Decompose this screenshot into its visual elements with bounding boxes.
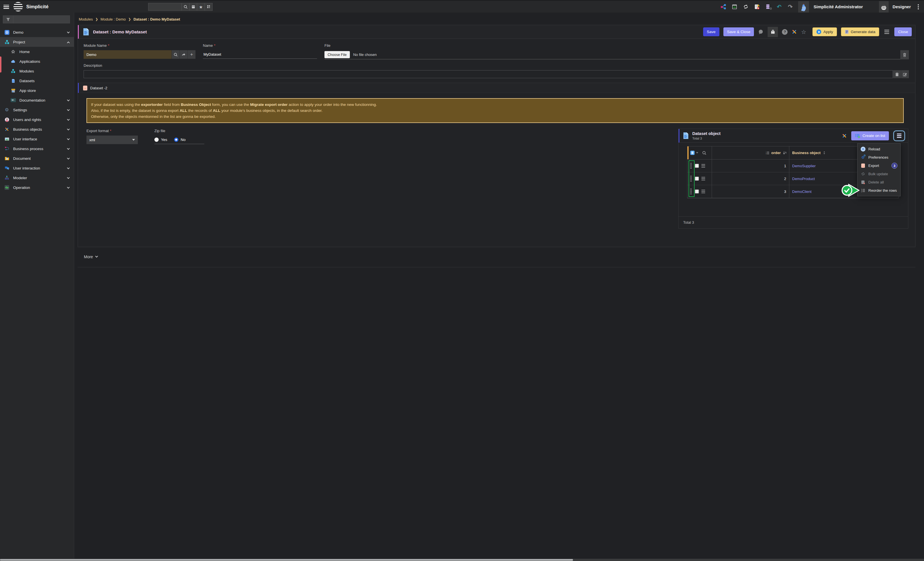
sidebar-item-label: Settings (13, 108, 27, 112)
more-button[interactable]: More (84, 255, 98, 259)
module-name-field: Module Name* + (84, 44, 195, 59)
pulse-icon (4, 185, 10, 190)
forward-arrow-icon (182, 52, 186, 57)
file-label: File (324, 44, 330, 48)
zip-no-label: No (181, 138, 186, 142)
cloud-icon (10, 59, 16, 64)
sidebar-item-applications[interactable]: Applications (0, 57, 74, 66)
sidebar-item-label: Business objects (13, 127, 42, 132)
filter-button[interactable] (3, 15, 13, 23)
page-title: Dataset : Demo MyDataset (93, 29, 147, 34)
module-search-button[interactable] (171, 50, 180, 59)
process-icon (4, 146, 10, 151)
sidebar-item-modules[interactable]: Modules (0, 66, 74, 76)
sidebar: Demo Project Home Applications Modules D… (0, 12, 74, 280)
topbar-search-group: ★ (148, 3, 213, 10)
export-format-value: xml (89, 138, 95, 142)
shortcut-card-button[interactable] (189, 3, 197, 10)
chevron-down-icon (67, 128, 70, 130)
zip-yes-radio[interactable]: Yes (154, 138, 167, 142)
description-input[interactable] (84, 70, 462, 78)
search-icon (174, 52, 178, 57)
sidebar-item-project[interactable]: Project (0, 37, 74, 47)
search-button[interactable] (182, 3, 189, 10)
sidebar-item-label: Modeler (13, 176, 27, 180)
module-name-input[interactable] (84, 50, 171, 59)
description-label: Description (84, 63, 102, 68)
brand-title: Simplicité (26, 4, 48, 9)
required-marker: * (110, 129, 111, 133)
required-marker: * (108, 44, 109, 48)
sidebar-item-users-and-rights[interactable]: Users and rights (0, 115, 74, 124)
tools-icon (4, 127, 10, 132)
sidebar-item-business-process[interactable]: Business process (0, 144, 74, 153)
name-input[interactable] (203, 50, 317, 58)
required-marker: * (214, 44, 216, 48)
chevron-down-icon (67, 186, 70, 189)
sidebar-item-label: Demo (13, 30, 23, 34)
home-icon (10, 50, 16, 54)
zip-no-radio[interactable]: No (174, 138, 186, 142)
hamburger-menu-icon[interactable] (3, 5, 9, 9)
module-add-button[interactable]: + (188, 50, 195, 59)
chevron-down-icon (132, 139, 135, 141)
breadcrumb-separator: ❯ (95, 17, 98, 21)
sidebar-item-label: Datasets (20, 79, 34, 83)
chevron-down-icon (95, 255, 98, 257)
sidebar-item-documentation[interactable]: M↓ Documentation (0, 95, 74, 105)
warning-line-1: If your dataset was using the exportorde… (91, 102, 462, 108)
export-format-select[interactable]: xml (87, 135, 138, 144)
favorites-button[interactable]: ★ (197, 3, 205, 10)
description-field: Description (84, 63, 462, 78)
apps-grid-button[interactable] (205, 3, 213, 10)
user-icon (4, 117, 10, 122)
sidebar-item-app-store[interactable]: App store (0, 86, 74, 95)
chevron-down-icon (67, 137, 70, 140)
sidebar-item-settings[interactable]: ⚙ Settings (0, 105, 74, 115)
module-open-button[interactable] (180, 50, 188, 59)
diagram-icon (4, 176, 10, 180)
sidebar-item-label: Business process (13, 147, 44, 151)
image-icon (4, 136, 10, 141)
form-title-bar: Dataset : Demo MyDataset Save Save & Clo… (78, 25, 462, 39)
sidebar-item-business-objects[interactable]: Business objects (0, 124, 74, 134)
breadcrumb-item[interactable]: Modules (79, 17, 93, 21)
sidebar-item-label: User interface (13, 137, 37, 141)
sidebar-item-label: Modules (20, 69, 34, 74)
choose-file-button[interactable]: Choose File (324, 51, 350, 58)
tab-dataset-2[interactable]: → Dataset -2 (78, 83, 462, 93)
chevron-down-icon (67, 108, 70, 111)
sidebar-item-document[interactable]: Document (0, 153, 74, 163)
sidebar-item-user-interface[interactable]: User interface (0, 134, 74, 144)
main-content: Modules ❯ Module : Demo ❯ Dataset : Demo… (74, 12, 462, 280)
sidebar-item-home[interactable]: Home (0, 47, 74, 57)
sidebar-item-user-interaction[interactable]: User interaction (0, 163, 74, 173)
warning-line-2: Also, if the list is empty, the dataset … (91, 108, 462, 114)
topbar: Simplicité ★ </> ! ⚙ ↶ ↷ Simplicité Admi… (0, 0, 462, 12)
export-options: Export format* xml Zip file Yes No (87, 129, 204, 144)
sidebar-item-label: Operation (13, 186, 30, 190)
radio-checked-icon (174, 138, 178, 142)
sidebar-filter-input[interactable] (13, 15, 70, 23)
dataset-document-icon (83, 28, 89, 36)
export-format-label: Export format (87, 129, 109, 133)
chevron-down-icon (67, 157, 70, 159)
sidebar-item-datasets[interactable]: Datasets (0, 76, 74, 86)
sidebar-item-label: App store (20, 88, 36, 93)
markdown-icon: M↓ (10, 98, 16, 102)
search-input[interactable] (148, 3, 182, 10)
store-icon (10, 88, 16, 93)
chevron-down-icon (67, 30, 70, 33)
module-name-label: Module Name (84, 44, 107, 48)
sidebar-item-modeler[interactable]: Modeler (0, 173, 74, 183)
grid-icon (207, 5, 211, 9)
sidebar-item-label: Project (13, 40, 25, 44)
filter-icon (6, 17, 10, 22)
breadcrumb-separator: ❯ (128, 17, 131, 21)
sidebar-item-label: Users and rights (13, 118, 41, 122)
document-icon (10, 79, 16, 83)
chat-icon (4, 166, 10, 171)
sidebar-item-demo[interactable]: Demo (0, 27, 74, 37)
breadcrumb-item[interactable]: Module : Demo (100, 17, 126, 21)
sidebar-item-operation[interactable]: Operation (0, 183, 74, 192)
